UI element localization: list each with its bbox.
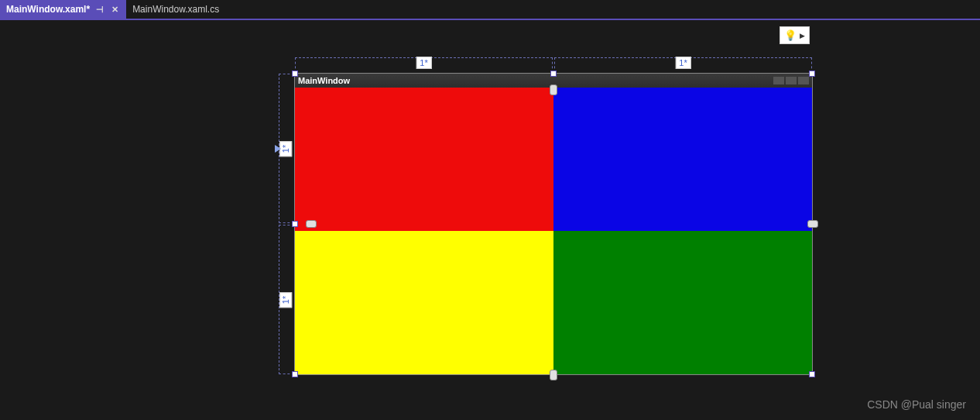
design-canvas[interactable]: 1* 1* 1* 1* MainWindow bbox=[279, 57, 813, 375]
row-size-label[interactable]: 1* bbox=[279, 140, 292, 156]
watermark: CSDN @Pual singer bbox=[867, 398, 966, 411]
row-ruler-cell[interactable]: 1* bbox=[279, 74, 294, 223]
window-title: MainWindow bbox=[298, 76, 350, 85]
tab-mainwindow-xaml-cs[interactable]: MainWindow.xaml.cs bbox=[126, 0, 225, 19]
column-ruler-cell[interactable]: 1* bbox=[295, 57, 553, 73]
resize-handle[interactable] bbox=[292, 221, 298, 227]
tab-bar: MainWindow.xaml* ⊣ ✕ MainWindow.xaml.cs bbox=[0, 0, 980, 20]
grid-cell-red[interactable] bbox=[295, 88, 553, 231]
column-size-label[interactable]: 1* bbox=[416, 57, 431, 69]
resize-handle[interactable] bbox=[292, 71, 298, 77]
minimize-icon bbox=[773, 77, 784, 84]
resize-handle[interactable] bbox=[809, 71, 815, 77]
grid-splitter-adorner[interactable] bbox=[306, 220, 317, 228]
grid-layout[interactable] bbox=[295, 88, 812, 374]
play-icon: ▶ bbox=[800, 32, 805, 40]
row-size-label[interactable]: 1* bbox=[279, 291, 292, 307]
window-controls bbox=[773, 77, 809, 84]
grid-splitter-adorner[interactable] bbox=[550, 84, 557, 95]
row-marker-icon bbox=[275, 145, 281, 153]
designer-surface[interactable]: 💡 ▶ 1* 1* 1* 1* MainWindow bbox=[0, 20, 980, 418]
grid-cell-blue[interactable] bbox=[553, 88, 812, 231]
grid-splitter-adorner[interactable] bbox=[550, 370, 557, 380]
column-size-label[interactable]: 1* bbox=[675, 57, 690, 69]
resize-handle[interactable] bbox=[550, 71, 557, 77]
resize-handle[interactable] bbox=[809, 371, 815, 377]
column-ruler-cell[interactable]: 1* bbox=[554, 57, 812, 73]
wpf-window[interactable]: MainWindow bbox=[294, 73, 813, 375]
tab-label: MainWindow.xaml* bbox=[6, 4, 90, 15]
grid-splitter-adorner[interactable] bbox=[807, 220, 818, 228]
grid-cell-green[interactable] bbox=[553, 231, 812, 374]
tab-label: MainWindow.xaml.cs bbox=[132, 4, 219, 15]
row-ruler-cell[interactable]: 1* bbox=[279, 225, 294, 374]
maximize-icon bbox=[786, 77, 797, 84]
resize-handle[interactable] bbox=[292, 371, 298, 377]
grid-cell-yellow[interactable] bbox=[295, 231, 553, 374]
quick-actions-button[interactable]: 💡 ▶ bbox=[780, 26, 810, 44]
lightbulb-icon: 💡 bbox=[784, 29, 797, 41]
tab-mainwindow-xaml[interactable]: MainWindow.xaml* ⊣ ✕ bbox=[0, 0, 126, 19]
close-window-icon bbox=[798, 77, 809, 84]
close-icon[interactable]: ✕ bbox=[110, 5, 120, 15]
pin-icon[interactable]: ⊣ bbox=[94, 5, 105, 15]
